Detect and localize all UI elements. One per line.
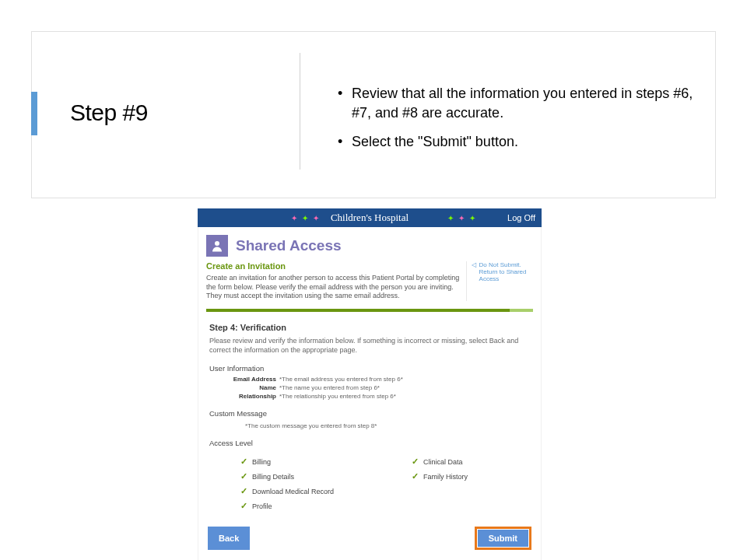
submit-button[interactable]: Submit bbox=[478, 530, 528, 547]
relationship-label: Relationship bbox=[209, 393, 279, 400]
triangle-left-icon: ◁ bbox=[472, 262, 476, 282]
accent-bar bbox=[31, 92, 37, 135]
access-item-billing-details: ✓Billing Details bbox=[209, 471, 334, 481]
ornaments-left: ✦ ✦ ✦ bbox=[291, 214, 319, 222]
slide-title: Step #9 bbox=[70, 100, 148, 126]
brand-title: Children's Hospital bbox=[331, 212, 409, 224]
bullet-1: Review that all the information you ente… bbox=[336, 84, 694, 123]
ornament-icon: ✦ bbox=[458, 214, 465, 222]
check-icon: ✓ bbox=[240, 486, 247, 496]
custom-message-value: *The custom message you entered from ste… bbox=[245, 422, 530, 429]
portal-screenshot: ✦ ✦ ✦ Children's Hospital ✦ ✦ ✦ Log Off … bbox=[198, 208, 542, 560]
back-button[interactable]: Back bbox=[208, 527, 250, 550]
email-label: Email Address bbox=[209, 376, 279, 383]
ornament-icon: ✦ bbox=[313, 214, 319, 222]
access-item-family: ✓Family History bbox=[381, 471, 468, 481]
ornament-icon: ✦ bbox=[447, 214, 454, 222]
intro-text: Create an invitation for another person … bbox=[206, 274, 466, 301]
check-icon: ✓ bbox=[412, 457, 419, 467]
ornament-icon: ✦ bbox=[291, 214, 297, 222]
check-icon: ✓ bbox=[412, 471, 419, 481]
portal-header: ✦ ✦ ✦ Children's Hospital ✦ ✦ ✦ Log Off bbox=[198, 208, 542, 227]
relationship-value: *The relationship you entered from step … bbox=[279, 393, 530, 400]
access-level-label: Access Level bbox=[209, 439, 530, 447]
do-not-submit-link[interactable]: ◁ Do Not Submit. Return to Shared Access bbox=[472, 261, 533, 282]
sidebar-line1: Do Not Submit. bbox=[479, 261, 533, 268]
access-item-profile: ✓Profile bbox=[209, 501, 334, 511]
button-row: Back Submit bbox=[198, 516, 541, 550]
user-info-label: User Information bbox=[209, 364, 530, 373]
main-column: Create an Invitation Create an invitatio… bbox=[206, 261, 466, 301]
title-row: Shared Access bbox=[198, 235, 541, 257]
logoff-link[interactable]: Log Off bbox=[507, 213, 535, 222]
svg-point-0 bbox=[215, 241, 219, 246]
check-icon: ✓ bbox=[240, 471, 247, 481]
access-item-billing: ✓Billing bbox=[209, 457, 334, 467]
ornaments-right: ✦ ✦ ✦ bbox=[447, 214, 475, 222]
step4-title: Step 4: Verification bbox=[209, 323, 530, 332]
instruction-list: Review that all the information you ente… bbox=[336, 84, 694, 162]
bullet-2: Select the "Submit" button. bbox=[336, 132, 694, 152]
custom-message-label: Custom Message bbox=[209, 409, 530, 418]
name-label: Name bbox=[209, 384, 279, 391]
access-col-1: ✓Billing ✓Billing Details ✓Download Medi… bbox=[209, 452, 334, 516]
portal-body: Shared Access Create an Invitation Creat… bbox=[198, 227, 542, 560]
step4-desc: Please review and verify the information… bbox=[209, 337, 530, 355]
access-columns: ✓Billing ✓Billing Details ✓Download Medi… bbox=[209, 452, 530, 516]
avatar-icon bbox=[206, 235, 228, 257]
submit-highlight: Submit bbox=[475, 527, 531, 550]
ornament-icon: ✦ bbox=[469, 214, 475, 222]
progress-bar bbox=[206, 309, 533, 312]
email-value: *The email address you entered from step… bbox=[279, 376, 530, 383]
name-value: *The name you entered from step 6* bbox=[279, 384, 530, 391]
check-icon: ✓ bbox=[240, 501, 247, 511]
access-item-clinical: ✓Clinical Data bbox=[381, 457, 468, 467]
check-icon: ✓ bbox=[240, 457, 247, 467]
sidebar: ◁ Do Not Submit. Return to Shared Access bbox=[466, 261, 533, 301]
access-item-download: ✓Download Medical Record bbox=[209, 486, 334, 496]
vertical-divider bbox=[300, 53, 300, 170]
create-invitation-heading: Create an Invitation bbox=[206, 261, 466, 271]
user-info-grid: Email Address *The email address you ent… bbox=[209, 376, 530, 400]
page-title: Shared Access bbox=[236, 237, 342, 254]
access-col-2: ✓Clinical Data ✓Family History bbox=[381, 452, 468, 516]
ornament-icon: ✦ bbox=[302, 214, 308, 222]
step4-section: Step 4: Verification Please review and v… bbox=[209, 323, 530, 516]
sidebar-line2: Return to Shared Access bbox=[479, 268, 533, 282]
